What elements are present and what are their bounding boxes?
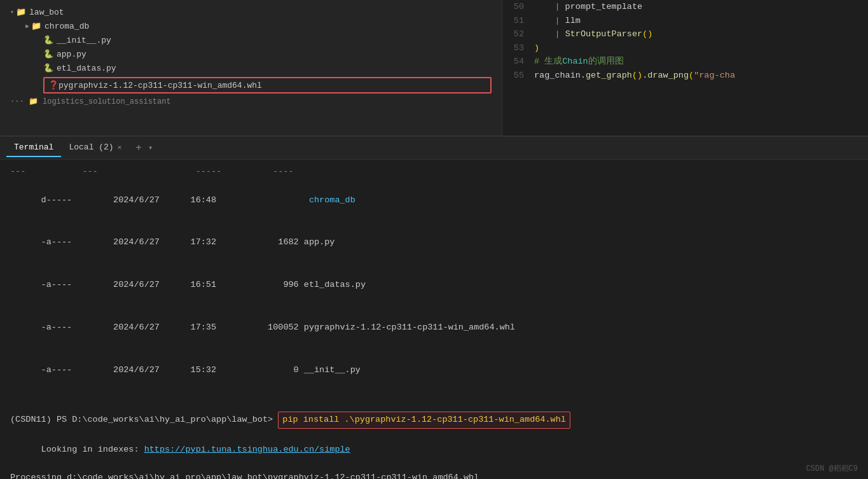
dir-row-etl: -a---- 2024/6/27 16:51 996 etl_datas.py <box>10 264 858 307</box>
code-line-53: 53 ) <box>502 41 868 55</box>
line-number: 55 <box>502 69 534 83</box>
file-explorer: ▾ 📁 law_bot ▶ 📁 chroma_db 🐍 __init__.py … <box>0 0 502 135</box>
folder-chroma_db[interactable]: ▶ 📁 chroma_db <box>0 19 502 33</box>
dir-row-apppy: -a---- 2024/6/27 17:32 1682 app.py <box>10 221 858 264</box>
dir-row-chroma: d----- 2024/6/27 16:48 chroma_db <box>10 179 858 221</box>
code-editor: 50 | prompt_template 51 | llm 52 | StrOu… <box>502 0 868 135</box>
chevron-icon: ▶ <box>25 22 29 30</box>
prompt-prefix: (CSDN11) PS D:\code_works\ai\hy_ai_pro\a… <box>10 413 278 427</box>
pip-command: pip install .\pygraphviz-1.12-cp311-cp31… <box>278 412 570 428</box>
pip-command-line: (CSDN11) PS D:\code_works\ai\hy_ai_pro\a… <box>10 412 858 428</box>
index-url-link[interactable]: https://pypi.tuna.tsinghua.edu.cn/simple <box>144 445 350 454</box>
folder-label: law_bot <box>29 8 64 17</box>
output-looking: Looking in indexes: https://pypi.tuna.ts… <box>10 429 858 471</box>
file-label: __init__.py <box>57 36 111 45</box>
tab-terminal[interactable]: Terminal <box>6 139 61 157</box>
file-label: pygraphviz-1.12-cp311-cp311-win_amd64.wh… <box>59 81 262 90</box>
more-files-indicator: ··· 📁 logistics_solution_assistant <box>0 95 502 108</box>
line-number: 51 <box>502 14 534 28</box>
terminal-tabbar: Terminal Local (2) ✕ + ▾ <box>0 137 868 160</box>
blank-line <box>10 391 858 401</box>
line-number: 54 <box>502 55 534 69</box>
python-file-icon: 🐍 <box>43 49 53 59</box>
python-file-icon: 🐍 <box>43 35 53 45</box>
folder-law_bot[interactable]: ▾ 📁 law_bot <box>0 5 502 19</box>
watermark: CSDN @稻稻C9 <box>806 463 858 474</box>
code-line-55: 55 rag_chain.get_graph().draw_png("rag-c… <box>502 69 868 83</box>
file-etl-py[interactable]: 🐍 etl_datas.py <box>0 61 502 75</box>
dir-header: --- --- ----- ---- <box>10 165 858 179</box>
unknown-file-icon: ❓ <box>48 80 59 90</box>
file-init-py[interactable]: 🐍 __init__.py <box>0 33 502 47</box>
dir-row-whl: -a---- 2024/6/27 17:35 100052 pygraphviz… <box>10 307 858 349</box>
terminal-content: --- --- ----- ---- d----- 2024/6/27 16:4… <box>0 160 868 479</box>
code-line-52: 52 | StrOutputParser() <box>502 27 868 41</box>
tab-close-icon[interactable]: ✕ <box>118 143 122 151</box>
dir-row-init: -a---- 2024/6/27 15:32 0 __init__.py <box>10 349 858 391</box>
file-whl-highlighted[interactable]: ❓ pygraphviz-1.12-cp311-cp311-win_amd64.… <box>43 77 492 94</box>
folder-icon: 📁 <box>31 21 41 31</box>
line-number: 53 <box>502 41 534 55</box>
code-line-54: 54 # 生成Chain的调用图 <box>502 55 868 69</box>
blank-line <box>10 401 858 412</box>
code-line-50: 50 | prompt_template <box>502 0 868 14</box>
tab-label: Terminal <box>14 142 53 152</box>
file-label: app.py <box>57 50 86 59</box>
output-processing: Processing d:\code_works\ai\hy_ai_pro\ap… <box>10 471 858 479</box>
python-file-icon: 🐍 <box>43 63 53 73</box>
tab-add-button[interactable]: + <box>132 142 146 154</box>
line-number: 50 <box>502 0 534 14</box>
tab-label: Local (2) <box>69 142 113 152</box>
tab-chevron-icon[interactable]: ▾ <box>146 143 155 153</box>
folder-icon: 📁 <box>16 7 26 17</box>
folder-label: chroma_db <box>45 22 89 31</box>
tab-local[interactable]: Local (2) ✕ <box>61 139 129 157</box>
chevron-icon: ▾ <box>10 8 14 16</box>
file-label: etl_datas.py <box>57 64 116 73</box>
file-app-py[interactable]: 🐍 app.py <box>0 47 502 61</box>
code-line-51: 51 | llm <box>502 14 868 28</box>
line-number: 52 <box>502 27 534 41</box>
terminal-section: Terminal Local (2) ✕ + ▾ --- --- ----- -… <box>0 137 868 479</box>
